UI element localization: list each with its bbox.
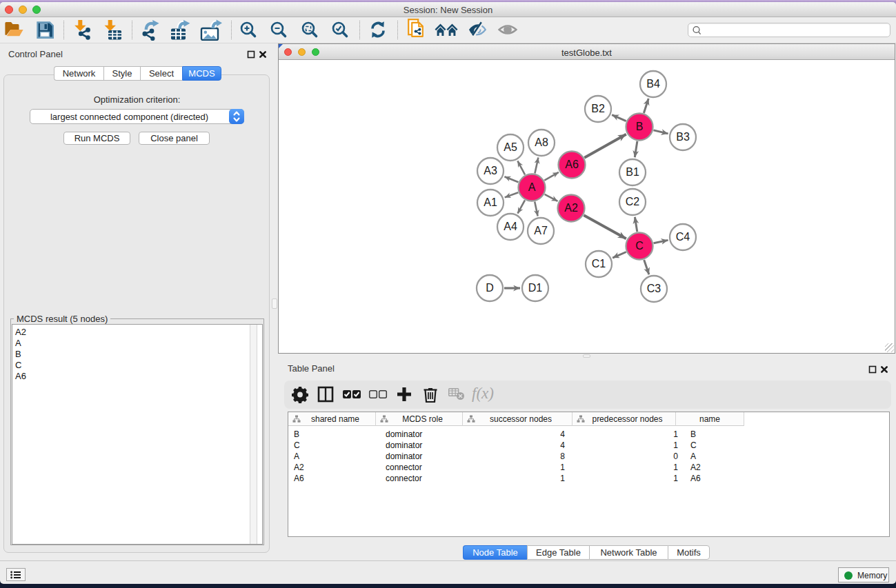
svg-text:C2: C2 [626, 196, 640, 207]
svg-text:B1: B1 [626, 166, 639, 178]
svg-text:C4: C4 [676, 231, 690, 243]
svg-text:B3: B3 [676, 131, 690, 143]
svg-text:C3: C3 [647, 283, 661, 294]
svg-text:A8: A8 [535, 136, 548, 148]
svg-text:A2: A2 [564, 202, 578, 214]
svg-text:D1: D1 [528, 282, 543, 294]
svg-text:A3: A3 [484, 165, 497, 176]
svg-text:B: B [636, 121, 644, 132]
svg-text:D: D [486, 282, 494, 294]
svg-text:B4: B4 [646, 78, 660, 90]
svg-text:A: A [528, 181, 536, 193]
svg-text:A7: A7 [534, 225, 548, 236]
svg-text:A1: A1 [484, 196, 497, 208]
svg-text:C: C [635, 240, 644, 252]
svg-text:A5: A5 [504, 141, 517, 153]
svg-text:A6: A6 [565, 159, 579, 170]
svg-text:A4: A4 [504, 221, 517, 232]
svg-text:B2: B2 [591, 103, 605, 114]
svg-text:C1: C1 [592, 258, 606, 270]
